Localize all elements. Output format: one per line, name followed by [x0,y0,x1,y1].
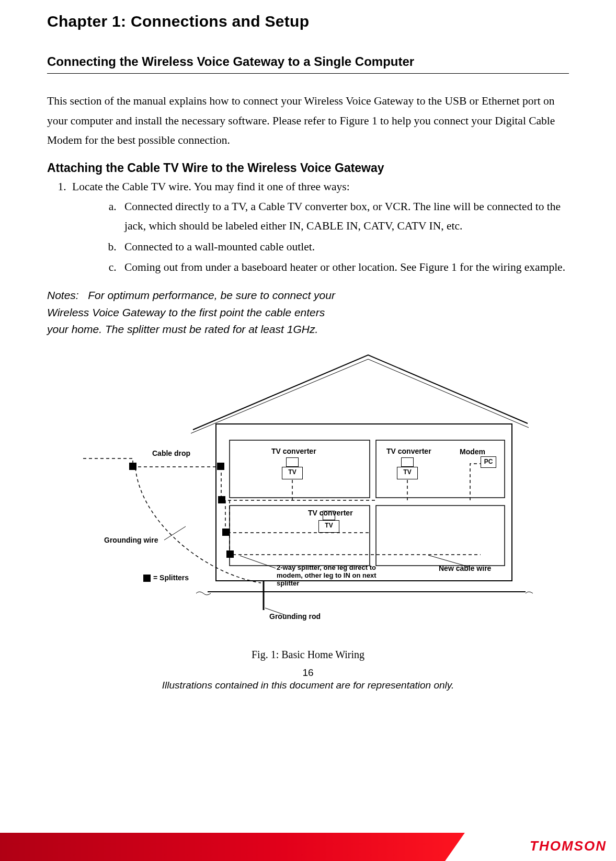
page: Chapter 1: Connections and Setup Connect… [0,0,616,861]
figure-1: TV TV TV PC Cable drop TV converter TV c… [83,349,533,626]
svg-rect-6 [376,506,505,566]
footer-note: Illustrations contained in this document… [47,680,569,691]
step-1b: Connected to a wall-mounted cable outlet… [119,237,569,257]
splitter-icon [222,529,230,536]
svg-line-0 [191,359,368,433]
tv-box-1: TV [282,467,303,479]
label-grounding-rod: Grounding rod [269,612,321,621]
tv-box-2: TV [397,467,418,479]
splitter-icon [226,550,234,558]
section-rule [47,73,569,74]
notes-block: Notes: For optimum performance, be sure … [47,287,340,338]
label-tv-converter-3: TV converter [308,509,353,517]
notes-text: For optimum performance, be sure to conn… [47,289,335,335]
splitter-icon [129,463,136,470]
figure-1-wrap: TV TV TV PC Cable drop TV converter TV c… [47,349,569,661]
notes-label: Notes: [47,289,79,301]
label-tv-converter-1: TV converter [271,447,316,455]
label-grounding-wire: Grounding wire [104,536,158,544]
brand-logo: THOMSON [530,838,607,854]
ordered-steps: Locate the Cable TV wire. You may find i… [47,177,569,278]
label-cable-drop: Cable drop [152,449,190,457]
tv-box-3: TV [318,520,339,533]
label-new-cable-wire: New cable wire [439,564,491,572]
subsection-title: Attaching the Cable TV Wire to the Wirel… [47,161,569,175]
step-1: Locate the Cable TV wire. You may find i… [69,177,569,278]
splitter-icon [217,463,224,470]
chapter-title: Chapter 1: Connections and Setup [47,13,569,30]
converter-stub-2 [401,457,414,467]
step-1-sublist: Connected directly to a TV, a Cable TV c… [72,197,569,278]
figure-caption: Fig. 1: Basic Home Wiring [47,649,569,661]
splitter-legend-icon [143,575,151,582]
svg-line-12 [240,556,276,568]
converter-stub-1 [286,457,299,467]
label-splitter-note: 2-way splitter, one leg direct to modem,… [277,564,386,588]
label-splitters-legend: = Splitters [153,573,189,582]
label-modem: Modem [460,447,485,456]
brand-bar: THOMSON [0,833,616,861]
svg-line-1 [368,359,529,428]
step-1a: Connected directly to a TV, a Cable TV c… [119,197,569,236]
step-1c: Coming out from under a baseboard heater… [119,258,569,278]
page-number: 16 [47,667,569,679]
pc-box: PC [481,456,496,468]
step-1-intro: Locate the Cable TV wire. You may find i… [72,180,350,193]
intro-paragraph: This section of the manual explains how … [47,91,569,151]
brand-bar-red [0,833,476,861]
splitter-icon [218,496,225,503]
label-tv-converter-2: TV converter [386,447,431,455]
section-title: Connecting the Wireless Voice Gateway to… [47,54,569,69]
